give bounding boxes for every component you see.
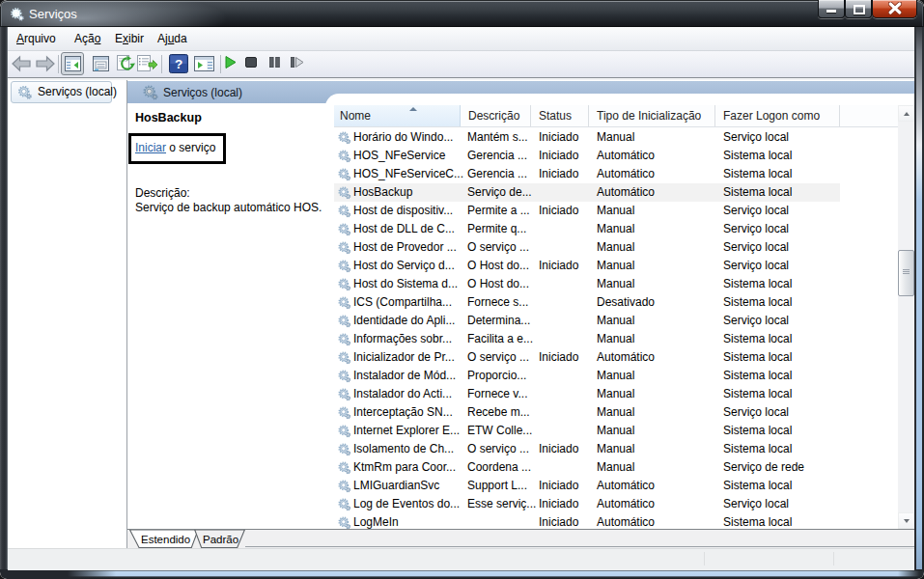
- svg-text:?: ?: [175, 57, 182, 71]
